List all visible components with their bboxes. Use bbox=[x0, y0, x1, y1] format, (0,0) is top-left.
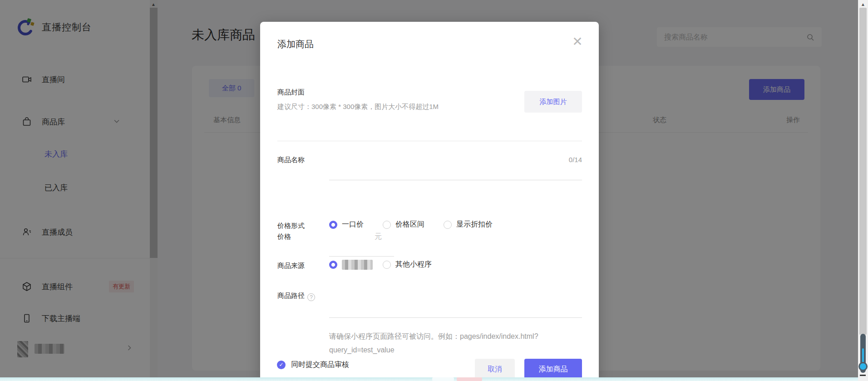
source-label: 商品来源 bbox=[277, 262, 305, 270]
browser-scrollbar[interactable]: ▲ bbox=[858, 0, 868, 381]
submit-review-checkbox[interactable]: ✓ 同时提交商品审核 bbox=[277, 360, 349, 370]
modal-title: 添加商品 bbox=[277, 38, 314, 50]
bottom-strip-pink-box bbox=[457, 377, 482, 381]
name-char-counter: 0/14 bbox=[537, 156, 582, 163]
scroll-position-marker bbox=[860, 334, 866, 373]
radio-selected-icon bbox=[329, 221, 337, 229]
cover-label: 商品封面 bbox=[277, 88, 305, 97]
add-image-button[interactable]: 添加图片 bbox=[524, 91, 582, 113]
price-label: 价格 bbox=[277, 233, 291, 241]
radio-source-own-mini-program[interactable] bbox=[329, 260, 373, 270]
scroll-up-arrow-icon[interactable]: ▲ bbox=[861, 2, 865, 7]
path-label: 商品路径? bbox=[277, 292, 315, 301]
radio-source-other-mini-program[interactable]: 其他小程序 bbox=[383, 260, 432, 269]
help-question-icon[interactable]: ? bbox=[307, 293, 315, 301]
section-divider bbox=[277, 141, 582, 141]
radio-price-range[interactable]: 价格区间 bbox=[383, 220, 424, 229]
price-unit: 元 bbox=[375, 232, 382, 242]
add-product-modal: 添加商品 ✕ 商品封面 建议尺寸：300像素 * 300像素，图片大小不得超过1… bbox=[260, 22, 599, 381]
bottom-edge-strip bbox=[0, 377, 868, 381]
checkbox-checked-icon: ✓ bbox=[277, 361, 286, 369]
radio-unselected-icon bbox=[444, 221, 452, 229]
cover-hint: 建议尺寸：300像素 * 300像素，图片大小不得超过1M bbox=[277, 103, 439, 111]
radio-unselected-icon bbox=[383, 221, 391, 229]
confirm-add-product-button[interactable]: 添加商品 bbox=[524, 359, 582, 380]
price-type-label: 价格形式 bbox=[277, 222, 305, 230]
marker-ball bbox=[858, 362, 868, 371]
cancel-button[interactable]: 取消 bbox=[475, 359, 515, 380]
radio-selected-icon bbox=[329, 261, 337, 269]
path-input[interactable] bbox=[329, 317, 582, 318]
path-help-text: 请确保小程序页面路径可被访问。例如：pages/index/index.html… bbox=[329, 330, 583, 357]
price-input[interactable] bbox=[329, 256, 394, 257]
browser-scrollbar-thumb[interactable] bbox=[859, 8, 867, 335]
scrollbar-bottom-dash bbox=[860, 375, 866, 376]
radio-unselected-icon bbox=[383, 261, 391, 269]
bottom-strip-white-box bbox=[432, 377, 454, 381]
close-icon[interactable]: ✕ bbox=[570, 35, 585, 49]
name-label: 商品名称 bbox=[277, 156, 305, 164]
source-option-blurred bbox=[342, 260, 373, 270]
radio-fixed-price[interactable]: 一口价 bbox=[329, 220, 364, 229]
name-input[interactable] bbox=[329, 180, 582, 180]
radio-discount-price[interactable]: 显示折扣价 bbox=[444, 220, 493, 229]
